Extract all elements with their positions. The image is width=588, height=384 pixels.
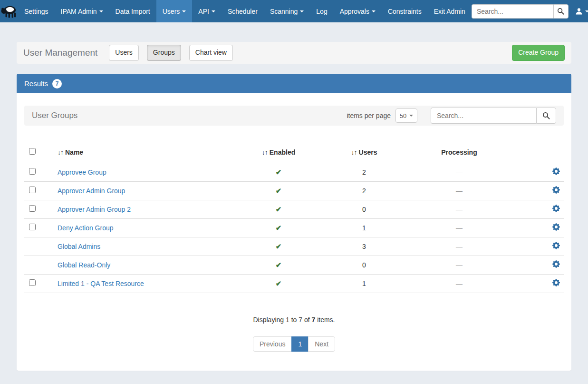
- table-search-input[interactable]: [431, 108, 536, 124]
- column-header-name[interactable]: ↓↑Name: [58, 142, 252, 163]
- main-nav: Settings IPAM Admin Data Import Users AP…: [18, 0, 472, 22]
- gear-icon[interactable]: [552, 205, 560, 212]
- global-search-button[interactable]: [553, 4, 569, 19]
- table-row: Approvee Group ✔ 2 —: [24, 163, 564, 181]
- column-header-users[interactable]: ↓↑Users: [305, 142, 424, 163]
- results-count-badge: 7: [52, 79, 62, 89]
- row-checkbox[interactable]: [29, 187, 36, 193]
- row-checkbox[interactable]: [29, 224, 36, 230]
- nav-label: Scheduler: [228, 8, 258, 15]
- caret-down-icon: [409, 115, 413, 117]
- search-icon: [542, 112, 550, 119]
- nav-label: IPAM Admin: [61, 8, 97, 15]
- nav-label: API: [198, 8, 209, 15]
- group-name-link[interactable]: Approvee Group: [58, 168, 106, 176]
- table-row: Approver Admin Group 2 ✔ 0 —: [24, 200, 564, 218]
- next-page-button[interactable]: Next: [308, 336, 335, 352]
- enabled-check-icon: ✔: [276, 168, 282, 176]
- users-count: 1: [305, 274, 424, 293]
- processing-dash-icon: —: [456, 280, 463, 287]
- summary-text: Displaying 1 to 7 of: [253, 316, 312, 324]
- nav-item-log[interactable]: Log: [310, 0, 333, 22]
- panda-logo-icon: [0, 4, 18, 19]
- gear-icon[interactable]: [552, 223, 560, 231]
- view-tabs: Users Groups Chart view: [109, 45, 233, 61]
- enabled-check-icon: ✔: [276, 242, 282, 250]
- users-count: 1: [305, 218, 424, 237]
- processing-dash-icon: —: [456, 206, 463, 213]
- table-search: [431, 108, 556, 124]
- nav-item-users[interactable]: Users: [156, 0, 193, 22]
- row-checkbox[interactable]: [29, 168, 36, 175]
- page-header: User Management Users Groups Chart view …: [17, 42, 571, 64]
- processing-dash-icon: —: [456, 224, 463, 232]
- row-checkbox[interactable]: [29, 205, 36, 212]
- group-name-link[interactable]: Limited 1 - QA Test Resource: [58, 280, 144, 287]
- page-1-button[interactable]: 1: [291, 336, 308, 352]
- nav-item-data-import[interactable]: Data Import: [109, 0, 156, 22]
- nav-item-settings[interactable]: Settings: [18, 0, 55, 22]
- group-name-link[interactable]: Approver Admin Group 2: [58, 206, 131, 213]
- results-panel: Results 7 User Groups items per page 50: [17, 74, 571, 371]
- summary-text: items.: [315, 316, 335, 324]
- nav-item-api[interactable]: API: [192, 0, 222, 22]
- pagination: Previous 1 Next: [24, 336, 564, 352]
- column-header-enabled[interactable]: ↓↑Enabled: [252, 142, 305, 163]
- gear-icon[interactable]: [552, 260, 560, 268]
- nav-item-scanning[interactable]: Scanning: [264, 0, 310, 22]
- results-title: Results: [24, 79, 48, 88]
- nav-item-constraints[interactable]: Constraints: [382, 0, 428, 22]
- gear-icon[interactable]: [552, 167, 560, 175]
- enabled-check-icon: ✔: [276, 187, 282, 195]
- app-logo[interactable]: [0, 0, 18, 22]
- column-header-processing: Processing: [424, 142, 495, 163]
- group-name-link[interactable]: Global Read-Only: [58, 261, 110, 269]
- items-per-page-label: items per page: [347, 112, 391, 119]
- nav-item-exit-admin[interactable]: Exit Admin: [428, 0, 472, 22]
- create-group-button[interactable]: Create Group: [512, 45, 565, 61]
- header-label: Processing: [441, 148, 477, 156]
- global-search-input[interactable]: [472, 4, 553, 19]
- tab-chart-view[interactable]: Chart view: [189, 45, 233, 61]
- group-name-link[interactable]: Global Admins: [58, 243, 100, 250]
- gear-icon[interactable]: [552, 242, 560, 249]
- tab-users[interactable]: Users: [109, 45, 139, 61]
- header-label: Enabled: [270, 148, 295, 156]
- previous-page-button[interactable]: Previous: [253, 336, 292, 352]
- global-search: [472, 4, 569, 19]
- processing-dash-icon: —: [456, 187, 463, 195]
- nav-item-ipam-admin[interactable]: IPAM Admin: [55, 0, 109, 22]
- sort-icon: ↓↑: [58, 148, 63, 156]
- tab-groups[interactable]: Groups: [147, 45, 181, 61]
- gear-icon[interactable]: [552, 279, 560, 286]
- row-checkbox[interactable]: [29, 279, 36, 286]
- group-name-link[interactable]: Approver Admin Group: [58, 187, 125, 195]
- nav-label: Exit Admin: [434, 8, 465, 15]
- table-search-button[interactable]: [536, 108, 556, 124]
- enabled-check-icon: ✔: [276, 261, 282, 269]
- sort-icon: ↓↑: [262, 148, 268, 156]
- select-all-checkbox[interactable]: [29, 148, 36, 155]
- user-groups-table: ↓↑Name ↓↑Enabled ↓↑Users Processing Appr…: [24, 142, 564, 293]
- sort-icon: ↓↑: [351, 148, 357, 156]
- table-toolbar: User Groups items per page 50: [24, 106, 564, 126]
- caret-down-icon: [212, 10, 215, 12]
- users-count: 2: [305, 163, 424, 181]
- enabled-check-icon: ✔: [276, 279, 282, 287]
- header-label: Users: [359, 148, 377, 156]
- nav-label: Constraints: [388, 8, 422, 15]
- caret-down-icon: [99, 10, 103, 12]
- page-title: User Management: [23, 48, 97, 58]
- table-row: Limited 1 - QA Test Resource ✔ 1 —: [24, 274, 564, 293]
- nav-item-scheduler[interactable]: Scheduler: [222, 0, 264, 22]
- gear-icon[interactable]: [552, 186, 560, 194]
- users-count: 2: [305, 181, 424, 200]
- user-menu[interactable]: [575, 8, 588, 15]
- nav-item-approvals[interactable]: Approvals: [334, 0, 382, 22]
- users-count: 0: [305, 256, 424, 274]
- processing-dash-icon: —: [456, 261, 463, 269]
- table-row: Approver Admin Group ✔ 2 —: [24, 181, 564, 200]
- items-per-page-select[interactable]: 50: [395, 108, 417, 123]
- group-name-link[interactable]: Deny Action Group: [58, 224, 114, 232]
- caret-down-icon: [585, 10, 588, 12]
